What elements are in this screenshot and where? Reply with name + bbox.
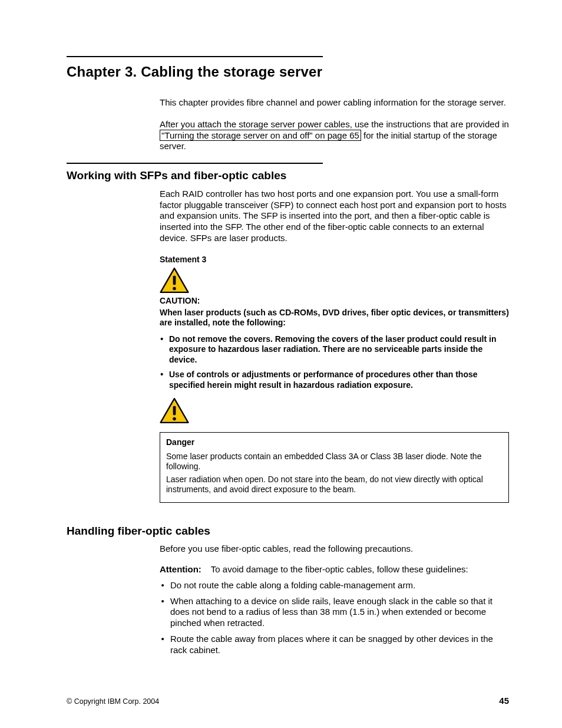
section2-body: Before you use fiber-optic cables, read … xyxy=(160,543,509,655)
attention-label: Attention: xyxy=(160,564,201,574)
caution-icon xyxy=(160,267,189,294)
danger-body-1: Some laser products contain an embedded … xyxy=(166,452,503,472)
section-title-handling: Handling fiber-optic cables xyxy=(67,524,509,538)
page-cross-reference-link[interactable]: "Turning the storage server on and off" … xyxy=(160,130,361,141)
guideline-3: Route the cable away from places where i… xyxy=(169,634,509,656)
section-rule-1 xyxy=(67,163,323,164)
chapter-title: Chapter 3. Cabling the storage server xyxy=(67,63,509,81)
statement-label: Statement 3 xyxy=(160,255,509,265)
caution-bullet-list: Do not remove the covers. Removing the c… xyxy=(160,334,509,391)
chapter-intro-2-pre: After you attach the storage server powe… xyxy=(160,119,509,129)
guideline-1: Do not route the cable along a folding c… xyxy=(169,580,509,591)
copyright: © Copyright IBM Corp. 2004 xyxy=(67,697,159,707)
danger-icon xyxy=(160,397,189,424)
svg-point-5 xyxy=(173,417,176,420)
danger-box: Danger Some laser products contain an em… xyxy=(160,432,509,503)
danger-body-2: Laser radiation when open. Do not stare … xyxy=(166,475,503,495)
section2-intro: Before you use fiber-optic cables, read … xyxy=(160,543,509,555)
chapter-intro-2: After you attach the storage server powe… xyxy=(160,119,509,152)
caution-bullet-1: Do not remove the covers. Removing the c… xyxy=(168,334,509,365)
section1-para: Each RAID controller has two host ports … xyxy=(160,189,509,244)
danger-title: Danger xyxy=(166,437,503,448)
chapter-intro-block: This chapter provides fibre channel and … xyxy=(160,97,509,152)
svg-point-2 xyxy=(173,287,176,290)
page-number: 45 xyxy=(499,696,509,707)
guideline-2: When attaching to a device on slide rail… xyxy=(169,596,509,629)
attention-text: To avoid damage to the fiber-optic cable… xyxy=(211,564,468,574)
svg-rect-1 xyxy=(173,276,176,285)
top-rule xyxy=(67,56,323,57)
chapter-intro-1: This chapter provides fibre channel and … xyxy=(160,97,509,108)
page: Chapter 3. Cabling the storage server Th… xyxy=(0,0,562,728)
svg-rect-4 xyxy=(173,406,176,416)
caution-label: CAUTION: xyxy=(160,296,509,307)
caution-bullet-2: Use of controls or adjustments or perfor… xyxy=(168,370,509,390)
attention-row: Attention:To avoid damage to the fiber-o… xyxy=(160,564,509,575)
section-title-sfp: Working with SFPs and fiber-optic cables xyxy=(67,169,509,183)
guidelines-list: Do not route the cable along a folding c… xyxy=(160,580,509,656)
section1-body: Each RAID controller has two host ports … xyxy=(160,189,509,503)
caution-text: When laser products (such as CD-ROMs, DV… xyxy=(160,308,509,328)
